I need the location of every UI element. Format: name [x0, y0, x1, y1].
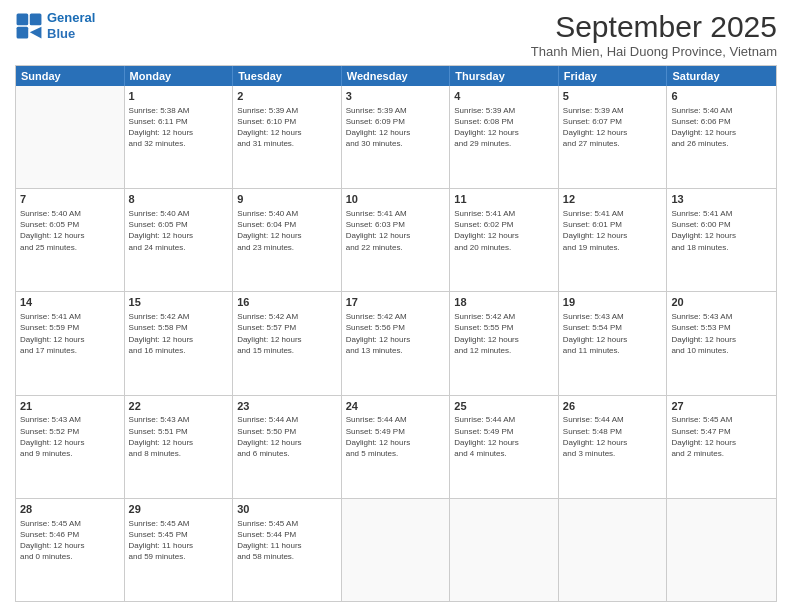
calendar-cell: 2Sunrise: 5:39 AM Sunset: 6:10 PM Daylig…: [233, 86, 342, 188]
day-number: 29: [129, 502, 229, 517]
day-info: Sunrise: 5:41 AM Sunset: 6:00 PM Dayligh…: [671, 208, 772, 253]
header-day-wednesday: Wednesday: [342, 66, 451, 86]
calendar-cell: [450, 499, 559, 601]
calendar-cell: 15Sunrise: 5:42 AM Sunset: 5:58 PM Dayli…: [125, 292, 234, 394]
calendar-cell: 16Sunrise: 5:42 AM Sunset: 5:57 PM Dayli…: [233, 292, 342, 394]
day-number: 7: [20, 192, 120, 207]
day-info: Sunrise: 5:41 AM Sunset: 6:03 PM Dayligh…: [346, 208, 446, 253]
calendar-page: General Blue September 2025 Thanh Mien, …: [0, 0, 792, 612]
day-number: 20: [671, 295, 772, 310]
day-info: Sunrise: 5:40 AM Sunset: 6:04 PM Dayligh…: [237, 208, 337, 253]
calendar-cell: 22Sunrise: 5:43 AM Sunset: 5:51 PM Dayli…: [125, 396, 234, 498]
day-info: Sunrise: 5:40 AM Sunset: 6:05 PM Dayligh…: [20, 208, 120, 253]
day-number: 3: [346, 89, 446, 104]
location: Thanh Mien, Hai Duong Province, Vietnam: [531, 44, 777, 59]
logo-general: General: [47, 10, 95, 25]
day-info: Sunrise: 5:42 AM Sunset: 5:58 PM Dayligh…: [129, 311, 229, 356]
header-day-tuesday: Tuesday: [233, 66, 342, 86]
day-info: Sunrise: 5:43 AM Sunset: 5:54 PM Dayligh…: [563, 311, 663, 356]
header-day-monday: Monday: [125, 66, 234, 86]
calendar-cell: 7Sunrise: 5:40 AM Sunset: 6:05 PM Daylig…: [16, 189, 125, 291]
calendar-cell: [559, 499, 668, 601]
day-info: Sunrise: 5:40 AM Sunset: 6:05 PM Dayligh…: [129, 208, 229, 253]
day-info: Sunrise: 5:43 AM Sunset: 5:53 PM Dayligh…: [671, 311, 772, 356]
header-day-friday: Friday: [559, 66, 668, 86]
day-info: Sunrise: 5:44 AM Sunset: 5:49 PM Dayligh…: [454, 414, 554, 459]
header-day-sunday: Sunday: [16, 66, 125, 86]
calendar-cell: [16, 86, 125, 188]
svg-rect-1: [30, 13, 42, 25]
day-number: 30: [237, 502, 337, 517]
calendar-row-5: 28Sunrise: 5:45 AM Sunset: 5:46 PM Dayli…: [16, 498, 776, 601]
day-info: Sunrise: 5:42 AM Sunset: 5:57 PM Dayligh…: [237, 311, 337, 356]
calendar-cell: 9Sunrise: 5:40 AM Sunset: 6:04 PM Daylig…: [233, 189, 342, 291]
calendar-row-4: 21Sunrise: 5:43 AM Sunset: 5:52 PM Dayli…: [16, 395, 776, 498]
day-number: 21: [20, 399, 120, 414]
logo-text: General Blue: [47, 10, 95, 41]
day-info: Sunrise: 5:41 AM Sunset: 6:02 PM Dayligh…: [454, 208, 554, 253]
day-info: Sunrise: 5:42 AM Sunset: 5:56 PM Dayligh…: [346, 311, 446, 356]
page-header: General Blue September 2025 Thanh Mien, …: [15, 10, 777, 59]
day-number: 24: [346, 399, 446, 414]
day-info: Sunrise: 5:45 AM Sunset: 5:47 PM Dayligh…: [671, 414, 772, 459]
calendar-cell: 27Sunrise: 5:45 AM Sunset: 5:47 PM Dayli…: [667, 396, 776, 498]
header-day-thursday: Thursday: [450, 66, 559, 86]
day-number: 22: [129, 399, 229, 414]
day-info: Sunrise: 5:45 AM Sunset: 5:45 PM Dayligh…: [129, 518, 229, 563]
day-info: Sunrise: 5:41 AM Sunset: 6:01 PM Dayligh…: [563, 208, 663, 253]
day-number: 18: [454, 295, 554, 310]
calendar-cell: 30Sunrise: 5:45 AM Sunset: 5:44 PM Dayli…: [233, 499, 342, 601]
calendar-cell: 5Sunrise: 5:39 AM Sunset: 6:07 PM Daylig…: [559, 86, 668, 188]
day-info: Sunrise: 5:39 AM Sunset: 6:09 PM Dayligh…: [346, 105, 446, 150]
calendar-cell: 8Sunrise: 5:40 AM Sunset: 6:05 PM Daylig…: [125, 189, 234, 291]
svg-rect-0: [17, 13, 29, 25]
day-info: Sunrise: 5:45 AM Sunset: 5:44 PM Dayligh…: [237, 518, 337, 563]
calendar-cell: 24Sunrise: 5:44 AM Sunset: 5:49 PM Dayli…: [342, 396, 451, 498]
calendar-cell: 11Sunrise: 5:41 AM Sunset: 6:02 PM Dayli…: [450, 189, 559, 291]
calendar-cell: 18Sunrise: 5:42 AM Sunset: 5:55 PM Dayli…: [450, 292, 559, 394]
calendar-cell: 19Sunrise: 5:43 AM Sunset: 5:54 PM Dayli…: [559, 292, 668, 394]
calendar: SundayMondayTuesdayWednesdayThursdayFrid…: [15, 65, 777, 602]
day-number: 19: [563, 295, 663, 310]
day-number: 28: [20, 502, 120, 517]
day-number: 6: [671, 89, 772, 104]
calendar-cell: 3Sunrise: 5:39 AM Sunset: 6:09 PM Daylig…: [342, 86, 451, 188]
calendar-cell: 6Sunrise: 5:40 AM Sunset: 6:06 PM Daylig…: [667, 86, 776, 188]
calendar-cell: 25Sunrise: 5:44 AM Sunset: 5:49 PM Dayli…: [450, 396, 559, 498]
svg-rect-2: [17, 26, 29, 38]
day-number: 1: [129, 89, 229, 104]
day-number: 2: [237, 89, 337, 104]
day-number: 17: [346, 295, 446, 310]
day-number: 4: [454, 89, 554, 104]
calendar-cell: 20Sunrise: 5:43 AM Sunset: 5:53 PM Dayli…: [667, 292, 776, 394]
day-number: 11: [454, 192, 554, 207]
calendar-row-2: 7Sunrise: 5:40 AM Sunset: 6:05 PM Daylig…: [16, 188, 776, 291]
day-number: 12: [563, 192, 663, 207]
calendar-cell: 1Sunrise: 5:38 AM Sunset: 6:11 PM Daylig…: [125, 86, 234, 188]
day-number: 25: [454, 399, 554, 414]
calendar-cell: [667, 499, 776, 601]
day-info: Sunrise: 5:39 AM Sunset: 6:08 PM Dayligh…: [454, 105, 554, 150]
day-info: Sunrise: 5:39 AM Sunset: 6:10 PM Dayligh…: [237, 105, 337, 150]
day-info: Sunrise: 5:44 AM Sunset: 5:49 PM Dayligh…: [346, 414, 446, 459]
calendar-body: 1Sunrise: 5:38 AM Sunset: 6:11 PM Daylig…: [16, 86, 776, 601]
svg-marker-3: [30, 26, 42, 38]
title-block: September 2025 Thanh Mien, Hai Duong Pro…: [531, 10, 777, 59]
calendar-cell: [342, 499, 451, 601]
day-number: 9: [237, 192, 337, 207]
calendar-header: SundayMondayTuesdayWednesdayThursdayFrid…: [16, 66, 776, 86]
calendar-cell: 23Sunrise: 5:44 AM Sunset: 5:50 PM Dayli…: [233, 396, 342, 498]
day-number: 23: [237, 399, 337, 414]
day-info: Sunrise: 5:40 AM Sunset: 6:06 PM Dayligh…: [671, 105, 772, 150]
calendar-cell: 10Sunrise: 5:41 AM Sunset: 6:03 PM Dayli…: [342, 189, 451, 291]
day-info: Sunrise: 5:43 AM Sunset: 5:52 PM Dayligh…: [20, 414, 120, 459]
day-info: Sunrise: 5:45 AM Sunset: 5:46 PM Dayligh…: [20, 518, 120, 563]
day-number: 26: [563, 399, 663, 414]
day-number: 15: [129, 295, 229, 310]
logo-blue: Blue: [47, 26, 75, 41]
day-info: Sunrise: 5:44 AM Sunset: 5:48 PM Dayligh…: [563, 414, 663, 459]
calendar-cell: 4Sunrise: 5:39 AM Sunset: 6:08 PM Daylig…: [450, 86, 559, 188]
calendar-cell: 28Sunrise: 5:45 AM Sunset: 5:46 PM Dayli…: [16, 499, 125, 601]
day-number: 5: [563, 89, 663, 104]
day-number: 16: [237, 295, 337, 310]
